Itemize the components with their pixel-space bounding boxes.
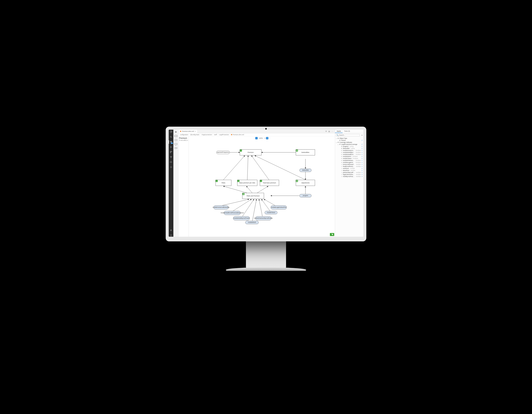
extensions-icon[interactable]	[170, 151, 172, 153]
search-input[interactable]	[339, 134, 359, 136]
more-icon[interactable]: ⋯	[332, 130, 333, 132]
type-icon: ↕	[341, 168, 342, 169]
open-link-icon[interactable]: ↗	[361, 160, 363, 161]
open-link-icon[interactable]: ↗	[361, 164, 363, 165]
open-link-icon[interactable]: ↗	[361, 170, 363, 171]
tree-row[interactable]: ↕taxesSum:number↗	[336, 169, 363, 172]
open-link-icon[interactable]: ↗	[361, 154, 363, 155]
node-base-per-risk[interactable]: {}Base premium per risks	[237, 180, 257, 186]
tab-inputs[interactable]: Inputs	[335, 130, 342, 133]
tree-row[interactable]: ✓modulePartnershipA…boolean↗	[336, 159, 363, 161]
run-icon[interactable]	[170, 146, 172, 148]
open-link-icon[interactable]: ↗	[361, 162, 363, 163]
tree-row[interactable]: ✓moduleHomeAndEve…boolean↗	[336, 149, 363, 151]
settings-icon[interactable]	[170, 234, 172, 237]
tree-row[interactable]: ✓moduleMobilityAndT…boolean↗	[336, 151, 363, 153]
open-link-icon[interactable]: ↗	[361, 152, 363, 153]
code-icon: {}	[216, 180, 218, 182]
node-risks[interactable]: {}Risks	[216, 180, 231, 186]
tree-row[interactable]: ✓moduleHealthAndPe…boolean↗	[336, 153, 363, 155]
svg-rect-5	[170, 151, 171, 152]
decision-icon: ⟳	[240, 150, 242, 152]
search-box[interactable]: 🔍	[336, 134, 360, 136]
pill-module-mobility[interactable]: moduleMobilityAndTravel	[233, 216, 250, 220]
breadcrumb[interactable]: configuration› @config-basic› i-legal-pr…	[178, 133, 335, 136]
tree-row[interactable]: Aprogram *string↗	[336, 145, 363, 147]
rule-title: Premium	[179, 137, 188, 139]
pill-module-home[interactable]: moduleHomeAndEveryday	[213, 205, 228, 209]
type-icon: ✓	[341, 160, 342, 161]
tree-row[interactable]: ✓moduleLegalAdviceP…boolean↗	[336, 161, 363, 164]
zoom-in-button[interactable]: +	[266, 137, 268, 139]
file-icon	[180, 131, 181, 132]
node-total-base[interactable]: {}Total base premium	[260, 180, 279, 186]
tree-row[interactable]: Adeductible *string↗	[336, 147, 363, 149]
open-link-icon[interactable]: ↗	[361, 147, 363, 149]
cloud-icon[interactable]	[170, 161, 172, 164]
open-link-icon[interactable]: ↗	[361, 150, 363, 151]
pill-program[interactable]: program	[299, 194, 312, 197]
node-adjustments[interactable]: ▦Adjustments	[296, 180, 315, 186]
pill-deductible[interactable]: deductible	[299, 169, 312, 172]
node-premium[interactable]: ⟳Premium	[240, 149, 261, 155]
compare-icon[interactable]: ⧉	[325, 130, 327, 132]
open-link-icon[interactable]: ↗	[361, 166, 363, 167]
open-link-icon[interactable]: ↗	[361, 140, 363, 141]
pointer-tool[interactable]: ✥	[174, 131, 178, 133]
open-link-icon[interactable]: ↗	[361, 145, 363, 147]
tree-row[interactable]: ✓moduleTaxes *boolean↗	[336, 157, 363, 159]
open-link-icon[interactable]: ↗	[361, 144, 363, 145]
editor-tabs: Premium.dmn.xml × ⧉ ▥ ⋯	[178, 130, 335, 133]
node-deductibles[interactable]: ▦Deductibles	[296, 149, 315, 155]
pill-module-taxes[interactable]: moduleTaxes	[265, 211, 277, 214]
split-icon[interactable]: ▥	[328, 130, 330, 132]
tab-label: Premium.dmn.xml	[182, 130, 194, 132]
tree-row[interactable]: ↕mobilityAndTravelSum:number↗	[336, 175, 363, 177]
node-risks-premium[interactable]: ▦Risks and Premium	[242, 193, 264, 199]
pill-module-legal[interactable]: moduleLegalAdvicePlus	[271, 205, 287, 209]
attribute-tree[interactable]: ⌄🏷Object Type 🏷Person↗ ⌄🏷Coverage Attrib…	[335, 137, 363, 237]
tree-row[interactable]: ↕partnershipAndFamil…:number↗	[336, 172, 363, 173]
rect-tool[interactable]	[174, 135, 178, 137]
account-icon[interactable]	[170, 229, 172, 232]
diagram-icon[interactable]: 129	[170, 141, 172, 143]
tree-row[interactable]: ✓moduleWork *boolean↗	[336, 155, 363, 157]
graph-icon[interactable]	[170, 156, 172, 158]
open-link-icon[interactable]: ↗	[361, 176, 363, 177]
code-icon: {}	[260, 180, 262, 182]
tree-row[interactable]: ↕homeAndEverydayS…:number↗	[336, 164, 363, 165]
tree-row[interactable]: ↕healthAndPersonalIn…:number↗	[336, 165, 363, 167]
pill-tool[interactable]	[174, 147, 178, 149]
tab-premium[interactable]: Premium.dmn.xml ×	[178, 130, 198, 133]
tree-row[interactable]: ↕legalAdvicePlusSum:number↗	[336, 173, 363, 175]
pill-module-health[interactable]: moduleHealthAndPersonalInsurance	[224, 211, 241, 215]
open-link-icon[interactable]: ↗	[361, 174, 363, 175]
pill-module-work[interactable]: moduleWork	[245, 221, 259, 224]
open-link-icon[interactable]: ↗	[361, 168, 363, 169]
search-icon[interactable]	[170, 136, 172, 138]
type-icon: ↕	[341, 172, 342, 173]
comment-tool[interactable]	[174, 143, 178, 145]
refresh-icon[interactable]: ⟳	[361, 134, 363, 136]
type-icon: ↕	[341, 176, 342, 177]
tab-tests[interactable]: Tests (3)	[342, 130, 352, 133]
pill-payment-frequency[interactable]: paymentFrequency	[216, 151, 230, 154]
close-icon[interactable]: ×	[195, 130, 196, 132]
explorer-icon[interactable]	[170, 131, 172, 133]
tree-row[interactable]: ↕workSum:number↗	[336, 167, 363, 169]
pill-module-partnership[interactable]: modulePartnershipAndFamily	[255, 216, 271, 220]
gear-icon[interactable]	[170, 166, 172, 168]
rounded-tool[interactable]	[174, 139, 178, 141]
zoom-out-button[interactable]: −	[255, 137, 258, 139]
zoom-dropdown-icon[interactable]: ▾	[264, 137, 266, 139]
diagram-canvas[interactable]: − 125% ▾ +	[189, 136, 335, 237]
svg-point-12	[171, 230, 171, 230]
code-icon: {}	[238, 180, 239, 182]
monitor-frame: 129 ✥ Premium.dmn.xml ×	[166, 127, 366, 241]
open-link-icon[interactable]: ↗	[361, 172, 363, 173]
open-link-icon[interactable]: ↗	[361, 155, 363, 157]
open-link-icon[interactable]: ↗	[361, 158, 363, 159]
type-icon: ✓	[341, 150, 342, 151]
type-icon: A	[341, 145, 342, 147]
svg-point-1	[170, 136, 171, 137]
